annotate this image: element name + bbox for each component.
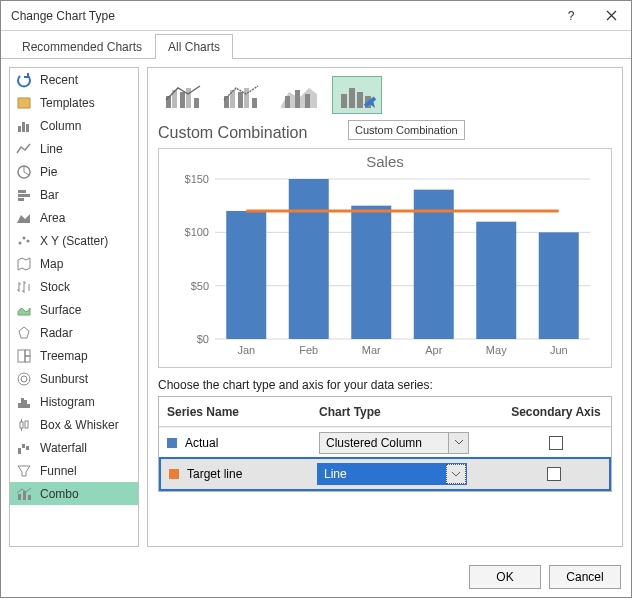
histogram-icon [16,394,32,410]
sidebar-item-surface[interactable]: Surface [10,298,138,321]
svg-text:Jun: Jun [550,344,568,356]
sidebar-item-sunburst[interactable]: Sunburst [10,367,138,390]
chart-preview: Sales$0$50$100$150JanFebMarAprMayJun [158,148,612,368]
bar-icon [16,187,32,203]
sidebar-label: Area [40,211,65,225]
cancel-button[interactable]: Cancel [549,565,621,589]
subtype-clustered-column-line[interactable] [158,76,208,114]
line-icon [16,141,32,157]
svg-rect-22 [18,448,21,454]
box-whisker-icon [16,417,32,433]
treemap-icon [16,348,32,364]
sidebar-item-histogram[interactable]: Histogram [10,390,138,413]
sidebar-item-area[interactable]: Area [10,206,138,229]
chart-category-list[interactable]: Recent Templates Column Line Pie Bar Are… [9,67,139,547]
ok-button[interactable]: OK [469,565,541,589]
svg-rect-19 [27,404,30,408]
svg-point-10 [27,239,30,242]
sidebar-item-scatter[interactable]: X Y (Scatter) [10,229,138,252]
svg-text:Sales: Sales [366,153,404,170]
sidebar-label: Stock [40,280,70,294]
secondary-axis-checkbox-target-line[interactable] [547,467,561,481]
sidebar-item-box-whisker[interactable]: Box & Whisker [10,413,138,436]
svg-rect-26 [23,491,26,500]
sidebar-label: X Y (Scatter) [40,234,108,248]
sidebar-label: Surface [40,303,81,317]
sidebar-item-treemap[interactable]: Treemap [10,344,138,367]
sidebar-item-radar[interactable]: Radar [10,321,138,344]
sidebar-item-funnel[interactable]: Funnel [10,459,138,482]
subtype-stacked-area-clustered-column[interactable] [274,76,324,114]
sidebar-label: Histogram [40,395,95,409]
main-panel: Custom Combination Custom Combination Sa… [147,67,623,547]
sidebar-item-recent[interactable]: Recent [10,68,138,91]
sidebar-item-waterfall[interactable]: Waterfall [10,436,138,459]
svg-text:Jan: Jan [237,344,255,356]
scatter-icon [16,233,32,249]
series-row-target-line[interactable]: Target line Line [159,457,611,491]
dropdown-value: Clustered Column [320,436,448,450]
series-grid: Series Name Chart Type Secondary Axis Ac… [158,396,612,492]
sidebar-item-stock[interactable]: Stock [10,275,138,298]
change-chart-type-dialog: Change Chart Type ? Recommended Charts A… [0,0,632,598]
series-swatch-icon [169,469,179,479]
svg-rect-30 [180,92,185,108]
series-row-actual[interactable]: Actual Clustered Column [159,427,611,457]
pie-icon [16,164,32,180]
series-name-label: Target line [187,467,242,481]
subtype-list [158,76,612,120]
chevron-down-icon [446,464,466,484]
svg-rect-25 [18,494,21,500]
svg-rect-64 [539,232,579,339]
svg-rect-13 [25,356,30,362]
svg-rect-35 [238,92,243,108]
sidebar-label: Pie [40,165,57,179]
sidebar-item-line[interactable]: Line [10,137,138,160]
sidebar-label: Templates [40,96,95,110]
help-button[interactable]: ? [551,1,591,31]
subtype-tooltip: Custom Combination [348,120,465,140]
svg-rect-20 [20,422,23,428]
svg-rect-40 [305,94,310,108]
radar-icon [16,325,32,341]
sidebar-item-templates[interactable]: Templates [10,91,138,114]
close-button[interactable] [591,1,631,31]
sidebar-item-pie[interactable]: Pie [10,160,138,183]
sidebar-item-map[interactable]: Map [10,252,138,275]
dropdown-value: Line [318,467,446,481]
map-icon [16,256,32,272]
svg-rect-0 [18,98,30,108]
svg-point-14 [18,373,30,385]
tab-recommended-charts[interactable]: Recommended Charts [9,34,155,59]
series-header-name: Series Name [159,397,311,426]
svg-rect-11 [18,350,25,362]
close-icon [606,10,617,21]
svg-rect-16 [18,403,21,408]
sidebar-item-bar[interactable]: Bar [10,183,138,206]
sidebar-label: Radar [40,326,73,340]
sidebar-label: Waterfall [40,441,87,455]
svg-text:Apr: Apr [425,344,442,356]
svg-rect-27 [28,495,31,500]
secondary-axis-checkbox-actual[interactable] [549,436,563,450]
svg-rect-17 [21,398,24,408]
svg-rect-36 [244,88,249,108]
subtype-clustered-column-line-secondary[interactable] [216,76,266,114]
svg-rect-32 [194,98,199,108]
series-swatch-icon [167,438,177,448]
svg-rect-43 [357,92,363,108]
svg-rect-37 [252,98,257,108]
area-icon [16,210,32,226]
series-type-dropdown-target-line[interactable]: Line [317,463,467,485]
series-grid-header: Series Name Chart Type Secondary Axis [159,397,611,427]
tab-all-charts[interactable]: All Charts [155,34,233,59]
sidebar-label: Box & Whisker [40,418,119,432]
svg-rect-3 [26,124,29,132]
sidebar-item-column[interactable]: Column [10,114,138,137]
series-type-dropdown-actual[interactable]: Clustered Column [319,432,469,454]
svg-rect-42 [349,88,355,108]
svg-text:$0: $0 [197,333,209,345]
subtype-custom-combination[interactable] [332,76,382,114]
sidebar-item-combo[interactable]: Combo [10,482,138,505]
sidebar-label: Line [40,142,63,156]
